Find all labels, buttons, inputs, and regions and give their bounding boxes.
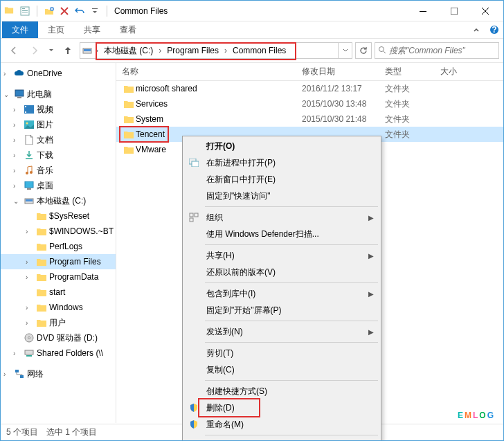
ctx-send-to[interactable]: 发送到(N)▶ [184,323,379,340]
tree-item-videos[interactable]: ›视频 [1,102,116,117]
folder-icon [35,226,48,236]
qat-dropdown-icon[interactable] [87,3,102,19]
svg-rect-1 [22,8,25,9]
ctx-rename[interactable]: 重命名(M) [184,416,379,433]
ctx-delete[interactable]: 删除(D) [184,399,379,416]
svg-rect-2 [22,10,28,11]
quick-access-toolbar [17,3,102,19]
minimize-button[interactable] [407,1,438,21]
tab-view[interactable]: 查看 [110,21,146,38]
properties-qat-icon[interactable] [17,3,33,19]
file-row[interactable]: System2015/10/30 21:48文件夹 [116,111,503,127]
column-headers[interactable]: 名称 修改日期 类型 大小 [116,63,503,81]
tree-item-users[interactable]: ›用户 [1,315,116,330]
svg-rect-13 [15,90,24,96]
window-title: Common Files [114,6,168,16]
tree-item-cdrive[interactable]: ⌄本地磁盘 (C:) [1,193,116,208]
tab-home[interactable]: 主页 [38,21,74,38]
tree-item-pictures[interactable]: ›图片 [1,117,116,132]
tree-item-downloads[interactable]: ›下载 [1,147,116,163]
new-folder-qat-icon[interactable] [42,3,57,19]
folder-icon [122,114,136,124]
window-icon [184,159,204,167]
chevron-right-icon: ▶ [368,290,379,298]
column-date[interactable]: 修改日期 [302,66,385,78]
breadcrumb-item[interactable]: Program Files [163,43,223,58]
folder-icon [35,272,48,282]
file-row[interactable]: microsoft shared2016/11/2 13:17文件夹 [116,81,503,96]
tree-item-sysreset[interactable]: $SysReset [1,208,116,224]
tree-item-desktop[interactable]: ›桌面 [1,178,116,193]
svg-rect-32 [192,161,199,167]
tree-item-start[interactable]: start [1,285,116,300]
ctx-open[interactable]: 打开(O) [184,138,379,154]
chevron-right-icon[interactable]: › [157,46,163,55]
navigation-pane[interactable]: ›OneDrive ⌄此电脑 ›视频 ›图片 ›文档 ›下载 ›音乐 ›桌面 ⌄… [1,63,116,423]
music-icon [23,165,35,175]
column-name[interactable]: 名称 [122,66,302,78]
tab-share[interactable]: 共享 [74,21,110,38]
file-row[interactable]: Services2015/10/30 13:48文件夹 [116,96,503,111]
tab-file[interactable]: 文件 [2,21,38,38]
svg-rect-7 [451,8,458,15]
delete-qat-icon[interactable] [57,3,72,19]
organize-icon [184,213,204,222]
folder-icon [35,211,48,221]
ctx-include-library[interactable]: 包含到库中(I)▶ [184,285,379,302]
ctx-organize[interactable]: 组织▶ [184,209,379,226]
tree-item-dvd[interactable]: DVD 驱动器 (D:) [1,330,116,345]
breadcrumb-bar[interactable]: › 本地磁盘 (C:) › Program Files › Common Fil… [80,42,352,59]
nav-back-button[interactable] [5,42,23,60]
tree-item-documents[interactable]: ›文档 [1,132,116,147]
svg-rect-33 [190,213,193,217]
folder-icon [35,318,48,327]
ctx-properties[interactable]: 属性(R) [184,438,379,441]
ctx-pin-start[interactable]: 固定到"开始"屏幕(P) [184,302,379,318]
maximize-button[interactable] [438,1,469,21]
search-input[interactable] [389,46,496,55]
ctx-create-shortcut[interactable]: 创建快捷方式(S) [184,383,379,399]
breadcrumb-dropdown-icon[interactable] [338,43,352,58]
tree-item-programfiles[interactable]: ›Program Files [1,254,116,269]
dvd-icon [23,333,35,343]
ctx-pin-quick-access[interactable]: 固定到"快速访问" [184,188,379,204]
ctx-restore-previous[interactable]: 还原以前的版本(V) [184,264,379,280]
ctx-copy[interactable]: 复制(C) [184,361,379,378]
chevron-right-icon[interactable]: › [94,46,100,55]
ctx-open-new-process[interactable]: 在新进程中打开(P) [184,154,379,171]
tree-item-network[interactable]: ›网络 [1,366,116,381]
ctx-cut[interactable]: 剪切(T) [184,345,379,361]
breadcrumb-item[interactable]: Common Files [228,43,290,58]
ribbon-expand-icon[interactable] [467,21,485,38]
folder-icon [122,99,136,109]
chevron-right-icon[interactable]: › [223,46,228,55]
search-box[interactable] [375,42,499,59]
breadcrumb-item[interactable]: 本地磁盘 (C:) [100,43,157,58]
tree-item-music[interactable]: ›音乐 [1,163,116,178]
column-type[interactable]: 类型 [385,66,440,78]
ctx-open-new-window[interactable]: 在新窗口中打开(E) [184,171,379,188]
tree-item-sharedfolders[interactable]: ›Shared Folders (\\ [1,345,116,361]
tree-item-programdata[interactable]: ›ProgramData [1,269,116,285]
nav-history-dropdown[interactable] [46,42,56,60]
tree-item-windows[interactable]: ›Windows [1,300,116,315]
tree-item-thispc[interactable]: ⌄此电脑 [1,87,116,102]
chevron-right-icon: ▶ [368,214,379,222]
help-icon[interactable]: ? [485,21,503,38]
column-size[interactable]: 大小 [440,66,457,78]
nav-up-button[interactable] [59,42,77,60]
ctx-defender-scan[interactable]: 使用 Windows Defender扫描... [184,226,379,242]
tree-item-windowsbt[interactable]: ›$WINDOWS.~BT [1,224,116,239]
undo-qat-icon[interactable] [72,3,87,19]
shield-icon [184,420,204,429]
ctx-share[interactable]: 共享(H)▶ [184,247,379,264]
svg-rect-6 [420,11,426,12]
tree-item-perflogs[interactable]: PerfLogs [1,239,116,254]
drive-icon [80,46,94,55]
desktop-icon [23,181,35,190]
close-button[interactable] [469,1,501,21]
svg-rect-23 [27,188,31,190]
nav-forward-button[interactable] [26,42,44,60]
tree-item-onedrive[interactable]: ›OneDrive [1,66,116,81]
refresh-button[interactable] [355,42,372,59]
